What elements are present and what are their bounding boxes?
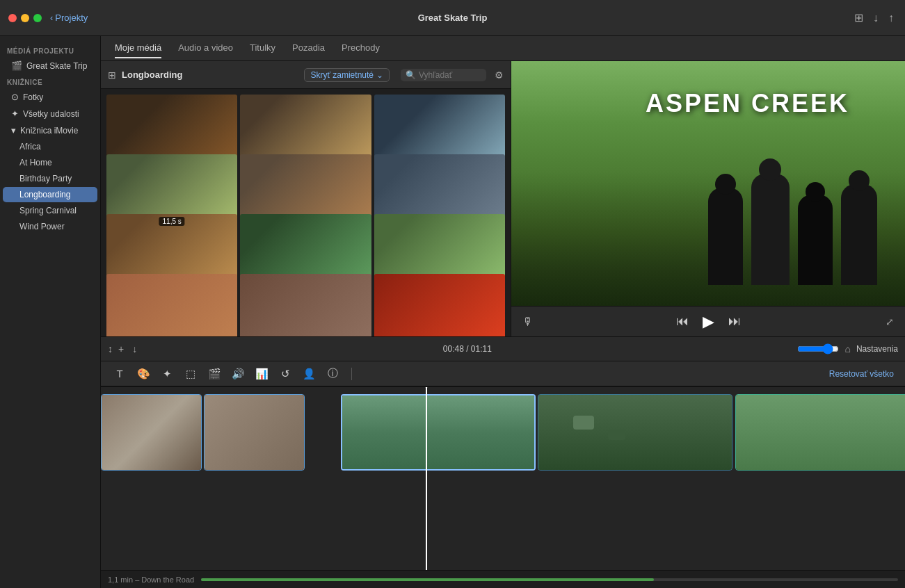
time-separator: / [466,344,471,354]
kniznica-imovie-label: Knižnica iMovie [20,126,78,136]
grid-view-icon[interactable]: ⊞ [854,11,863,24]
timeline-tracks: 2,2 s – ASPEN CREE.... [101,387,905,570]
sidebar-item-project[interactable]: 🎬 Great Skate Trip [3,58,97,74]
media-thumb-12[interactable] [374,274,505,336]
tab-titulky[interactable]: Titulky [250,38,275,58]
thumb-img-11 [240,274,371,336]
window-title: Great Skate Trip [418,13,488,23]
grid-view-icon[interactable]: ⊞ [108,70,116,81]
fullscreen-icon[interactable]: ⤢ [886,316,894,327]
sidebar-item-longboarding[interactable]: Longboarding [3,187,97,202]
clip-4[interactable] [538,394,732,471]
video-track: 2,2 s – ASPEN CREE.... [101,387,905,477]
text-tool-icon[interactable]: T [112,368,127,379]
clip-2[interactable] [204,394,305,471]
thumb-img-12 [374,274,505,336]
media-thumb-11[interactable] [240,274,371,336]
filter-button[interactable]: Skryť zamietnuté ⌄ [304,68,390,82]
tab-prechody[interactable]: Prechody [342,38,380,58]
wind-power-label: Wind Power [19,222,65,231]
download-icon[interactable]: ↓ [873,12,879,24]
library-expand-icon: ▾ [11,125,16,136]
sidebar-item-fotky[interactable]: ⊙ Fotky [3,89,97,105]
zoom-in-icon[interactable]: + [118,343,124,354]
speed-tool-icon[interactable]: ↺ [278,368,293,380]
media-browser-title: Longboarding [122,70,182,80]
clip-3-selected[interactable] [341,394,536,471]
volume-slider[interactable] [797,343,839,354]
photos-icon: ⊙ [11,92,19,102]
info-icon[interactable]: ⓘ [325,367,340,380]
current-time: 00:48 [443,344,464,354]
project-duration-label: 1,1 min – Down the Road [108,575,194,584]
crop-tool-icon[interactable]: ⬚ [183,368,198,380]
skip-forward-button[interactable]: ⏭ [728,314,741,329]
audio-tool-icon[interactable]: 🔊 [230,368,246,380]
clip-5[interactable] [735,394,905,471]
filter-chevron-icon: ⌄ [376,70,383,80]
render-progress-bar [201,578,898,581]
top-split: ⊞ Longboarding Skryť zamietnuté ⌄ 🔍 ⚙ [101,61,905,336]
reset-button[interactable]: Resetovať všetko [829,369,894,379]
main-layout: MÉDIÁ PROJEKTU 🎬 Great Skate Trip KNIŽNI… [0,36,905,588]
tab-pozadia[interactable]: Pozadia [292,38,325,58]
home-icon[interactable]: ⌂ [844,343,850,354]
chevron-left-icon: ‹ [50,13,53,23]
vsetky-udalosti-label: Všetky udalosti [23,109,79,119]
share-icon[interactable]: ↑ [888,12,894,24]
microphone-icon[interactable]: 🎙 [522,316,534,328]
media-thumb-10[interactable] [106,274,237,336]
media-grid: 11,5 s [101,89,511,336]
chart-tool-icon[interactable]: 📊 [254,368,269,380]
media-browser-header: ⊞ Longboarding Skryť zamietnuté ⌄ 🔍 ⚙ [101,61,511,89]
settings-icon[interactable]: ⚙ [495,70,504,81]
media-browser: ⊞ Longboarding Skryť zamietnuté ⌄ 🔍 ⚙ [101,61,511,336]
thumb-img-10 [106,274,237,336]
sidebar: MÉDIÁ PROJEKTU 🎬 Great Skate Trip KNIŽNI… [0,36,101,588]
timeline-bottom-bar: 1,1 min – Down the Road [101,570,905,588]
titlebar-toolbar: ⊞ ↓ ↑ [854,11,905,24]
separator [351,368,352,380]
sidebar-item-at-home[interactable]: At Home [3,155,97,170]
effects-tool-icon[interactable]: ✦ [159,368,175,380]
kniznice-label: KNIŽNICE [0,74,100,88]
tabs-bar: Moje médiá Audio a video Titulky Pozadia… [101,36,905,61]
total-time: 01:11 [471,344,492,354]
color-tool-icon[interactable]: 🎨 [136,368,151,380]
fotky-label: Fotky [23,92,43,102]
settings-label: Nastavenia [856,344,898,354]
sidebar-item-birthday-party[interactable]: Birthday Party [3,171,97,186]
events-icon: ✦ [11,108,19,119]
preview-video: ASPEN CREEK [511,61,905,306]
back-button[interactable]: ‹ Projekty [50,13,88,23]
play-button[interactable]: ▶ [703,313,714,331]
content-area: Moje médiá Audio a video Titulky Pozadia… [101,36,905,588]
spring-carnival-label: Spring Carnival [19,206,77,215]
person-tool-icon[interactable]: 👤 [301,368,317,380]
cursor-icon[interactable]: ↕ [108,343,113,354]
tab-audio-video[interactable]: Audio a video [178,38,233,58]
title-bar: ‹ Projekty Great Skate Trip ⊞ ↓ ↑ [0,0,905,36]
close-button[interactable] [8,14,17,22]
sidebar-item-wind-power[interactable]: Wind Power [3,219,97,234]
skip-back-button[interactable]: ⏮ [676,314,689,329]
media-projektu-label: MÉDIÁ PROJEKTU [0,43,100,57]
playhead[interactable] [426,387,427,570]
sidebar-item-vsetky-udalosti[interactable]: ✦ Všetky udalosti [3,106,97,122]
search-box: 🔍 [401,69,486,81]
camera-tool-icon[interactable]: 🎬 [207,368,222,380]
sidebar-item-africa[interactable]: Africa [3,139,97,154]
mid-toolbar: ↕ + ↓ 00:48 / 01:11 ⌂ Nastavenia [101,336,905,361]
tab-moje-media[interactable]: Moje médiá [115,38,161,58]
timeline-area: 2,2 s – ASPEN CREE.... [101,386,905,588]
down-arrow-icon[interactable]: ↓ [132,343,137,354]
clip-1[interactable] [101,394,202,471]
sidebar-item-kniznica-imovie[interactable]: ▾ Knižnica iMovie [3,122,97,138]
duration-badge-7: 11,5 s [159,217,185,226]
sidebar-item-spring-carnival[interactable]: Spring Carnival [3,203,97,218]
maximize-button[interactable] [33,14,42,22]
search-input[interactable] [419,70,481,80]
project-icon: 🎬 [11,60,22,71]
africa-label: Africa [19,142,41,152]
minimize-button[interactable] [21,14,29,22]
